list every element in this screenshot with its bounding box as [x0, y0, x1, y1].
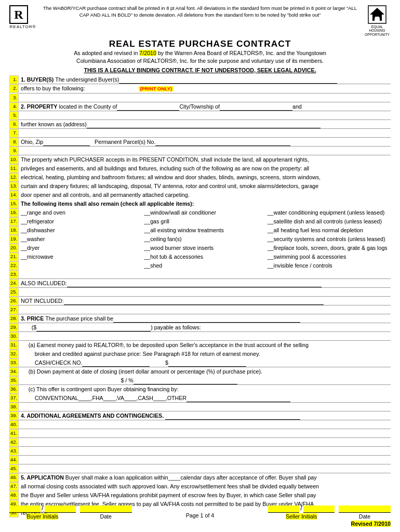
item-dryer: __dryer — [21, 244, 144, 252]
line-number-14: 14. — [9, 191, 19, 200]
line-number-29: 29. — [9, 323, 19, 332]
item-microwave: __microwave — [21, 252, 144, 261]
line-content-39: 4. ADDITIONAL AGREEMENTS AND CONTINGENCI… — [19, 411, 391, 420]
line-content-46: 5. APPLICATION Buyer shall make a loan a… — [19, 473, 391, 482]
line-number-38: 38. — [9, 403, 19, 411]
line-number-36: 36. — [9, 385, 19, 394]
line-number-21: 21. — [9, 252, 19, 261]
svg-rect-3 — [378, 18, 380, 21]
subtitle-year: 7/2010 — [139, 50, 156, 56]
line-number-32: 32. — [9, 350, 19, 358]
line-number-33: 33. — [9, 358, 19, 367]
line-content-14: door opener and all controls, and all pe… — [19, 191, 391, 199]
line-row: 31. (a) Earnest money paid to REALTOR®, … — [9, 341, 391, 350]
line-row: 39. 4. ADDITIONAL AGREEMENTS AND CONTING… — [9, 411, 391, 420]
slash-icon: / — [42, 504, 44, 513]
line-content-5 — [19, 111, 391, 120]
line-number-41: 41. — [9, 429, 19, 438]
line-row: 1. 1. BUYER(S) The undersigned Buyer(s) — [9, 75, 391, 84]
line-number-11: 11. — [9, 164, 19, 173]
line-content-45 — [19, 464, 391, 473]
line-number-15: 15. — [9, 200, 19, 208]
line-content-12: electrical, heating, plumbing and bathro… — [19, 173, 391, 181]
line-row: 16. __range and oven __window/wall air c… — [9, 208, 391, 217]
line-content-20: __dryer __wood burner stove inserts __fi… — [19, 244, 391, 252]
line-row: 22. __shed __invisible fence / controls — [9, 261, 391, 270]
seller-initials-line: / — [268, 504, 335, 513]
line-number-18: 18. — [9, 226, 19, 235]
header-notice: The WABOR/YCAR purchase contract shall b… — [36, 5, 364, 18]
line-row: 40. — [9, 420, 391, 429]
line-row: 2. offers to buy the following: (PRINT O… — [9, 84, 391, 94]
buyer-sig-group: / Buyer Initials Date — [9, 504, 132, 520]
page-number: Page 1 of 4 — [186, 512, 215, 520]
line-content-16: __range and oven __window/wall air condi… — [19, 208, 391, 217]
line-number-47: 47. — [9, 482, 19, 491]
line-content-24: ALSO INCLUDED: — [19, 279, 391, 288]
line-number-4: 4. — [9, 102, 19, 111]
line-row: 46. 5. APPLICATION Buyer shall make a lo… — [9, 473, 391, 482]
item-satellite: __satellite dish and all controls (unles… — [268, 217, 391, 225]
line-content-1: 1. BUYER(S) The undersigned Buyer(s) — [19, 75, 391, 84]
signature-row: / Buyer Initials Date Page 1 of 4 / — [9, 504, 391, 520]
slash-icon: / — [300, 504, 302, 513]
item-range: __range and oven — [21, 208, 144, 217]
seller-initials-label: Seller Initials — [286, 513, 317, 520]
line-number-2: 2. — [9, 84, 19, 93]
buyer-initials-group: / Buyer Initials — [9, 504, 76, 520]
equal-housing-logo: EQUAL HOUSING OPPORTUNITY — [364, 5, 391, 36]
line-content-27 — [19, 305, 391, 314]
line-number-27: 27. — [9, 305, 19, 314]
line-content-30 — [19, 332, 391, 341]
line-content-29: ($) payable as follows: — [19, 323, 391, 332]
line-content-41 — [19, 429, 391, 438]
line-number-26: 26. — [9, 297, 19, 305]
line-content-15: The following items shall also remain (c… — [19, 200, 391, 208]
line-content-38 — [19, 403, 391, 411]
line-row: 6. further known as (address) — [9, 120, 391, 129]
item-heating-fuel: __all heating fuel less normal depletion — [268, 226, 391, 234]
legal-notice: THIS IS A LEGALLY BINDING CONTRACT. IF N… — [9, 67, 391, 73]
realtor-r-icon: R — [9, 5, 28, 24]
line-row: 21. __microwave __hot tub & accessories … — [9, 252, 391, 261]
line-content-6: further known as (address) — [19, 120, 391, 129]
line-number-10: 10. — [9, 155, 19, 164]
line-row: 3. — [9, 94, 391, 102]
line-row: 27. — [9, 305, 391, 314]
title-section: REAL ESTATE PURCHASE CONTRACT As adopted… — [9, 38, 391, 65]
content-area: 1. 1. BUYER(S) The undersigned Buyer(s) … — [9, 75, 391, 517]
line-row: 36. (c) This offer is contingent upon Bu… — [9, 385, 391, 394]
item-hot-tub: __hot tub & accessories — [144, 252, 267, 261]
line-content-22: __shed __invisible fence / controls — [19, 261, 391, 270]
line-content-21: __microwave __hot tub & accessories __sw… — [19, 252, 391, 261]
line-row: 11. privileges and easements, and all bu… — [9, 164, 391, 173]
line-row: 18. __dishwasher __all existing window t… — [9, 226, 391, 235]
line-number-44: 44. — [9, 456, 19, 464]
line-content-40 — [19, 420, 391, 429]
line-row: 26. NOT INCLUDED: — [9, 297, 391, 305]
line-row: 7. — [9, 129, 391, 138]
item-invisible-fence: __invisible fence / controls — [268, 261, 391, 270]
item-refrigerator: __refrigerator — [21, 217, 144, 225]
line-row: 19. __washer __ceiling fan(s) __security… — [9, 235, 391, 244]
item-ceiling-fan: __ceiling fan(s) — [144, 235, 267, 243]
line-content-44 — [19, 456, 391, 464]
line-row: 48. the Buyer and Seller unless VA/FHA r… — [9, 491, 391, 500]
line-content-28: 3. PRICE The purchase price shall be — [19, 314, 391, 323]
line-content-35: $ / % — [19, 376, 391, 385]
line-number-39: 39. — [9, 411, 19, 420]
line-content-47: all normal closing costs associated with… — [19, 482, 391, 490]
line-number-34: 34. — [9, 367, 19, 376]
footer-area: / Buyer Initials Date Page 1 of 4 / — [0, 502, 400, 527]
line-number-37: 37. — [9, 394, 19, 403]
line-number-43: 43. — [9, 447, 19, 456]
item-fireplace: __fireplace tools, screen, doors, grate … — [268, 244, 391, 252]
line-number-12: 12. — [9, 173, 19, 182]
line-number-19: 19. — [9, 235, 19, 244]
line-row: 41. — [9, 429, 391, 438]
line-content-2: offers to buy the following: (PRINT ONLY… — [19, 84, 391, 94]
buyer-initials-line: / — [9, 504, 76, 513]
line-row: 13. curtain and drapery fixtures; all la… — [9, 182, 391, 191]
line-row: 42. — [9, 438, 391, 447]
item-pool: __swimming pool & accessories — [268, 252, 391, 261]
